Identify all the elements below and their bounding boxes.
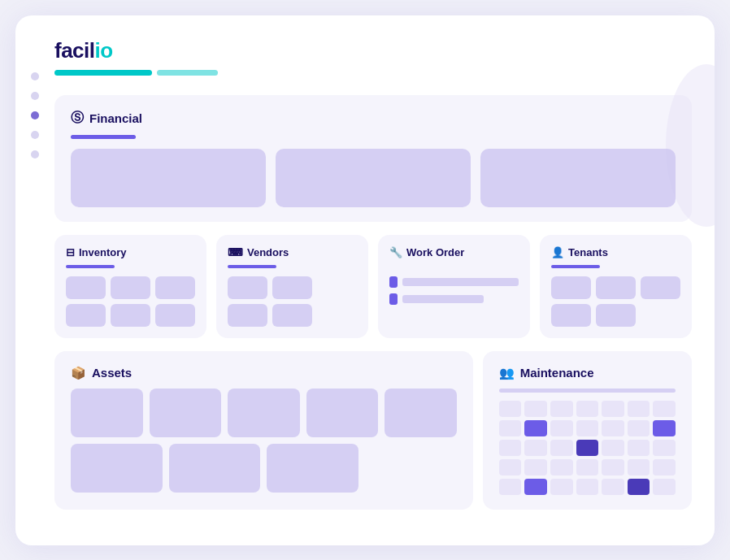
asset-card-5 (385, 389, 457, 437)
assets-icon: 📦 (71, 366, 86, 380)
asset-card-3 (228, 389, 300, 437)
cal-cell-33 (628, 479, 650, 495)
cal-cell-5 (628, 401, 650, 417)
financial-accent-bar (71, 135, 136, 139)
vendors-icon: ⌨ (228, 246, 243, 258)
sidebar-dot-5[interactable] (31, 150, 39, 158)
work-order-title: 🔧 Work Order (389, 246, 519, 258)
cal-cell-22 (524, 459, 547, 475)
wo-dot-2 (389, 293, 398, 305)
maintenance-header-bar (499, 389, 676, 393)
vendors-row-2 (228, 304, 357, 327)
inv-card-3 (155, 276, 195, 299)
cal-cell-2 (550, 401, 573, 417)
main-content: facilio Ⓢ Financial ⊟ (54, 15, 715, 545)
financial-icon: Ⓢ (71, 110, 84, 127)
ven-card-2 (272, 276, 312, 299)
vendors-cards (228, 276, 357, 299)
cal-cell-29 (524, 479, 547, 495)
asset-card-1 (71, 389, 143, 437)
ven-card-4 (228, 304, 267, 327)
cal-cell-8 (524, 420, 547, 436)
cal-cell-28 (499, 479, 522, 495)
cal-cell-1 (524, 401, 547, 417)
tenants-title: 👤 Tenants (551, 246, 680, 258)
financial-cards (71, 149, 676, 207)
sidebar (15, 15, 54, 545)
assets-row-2 (71, 444, 457, 493)
cal-cell-30 (550, 479, 573, 495)
header-bar-teal (54, 70, 152, 76)
ven-card-1 (228, 276, 267, 299)
financial-section: Ⓢ Financial (54, 95, 692, 222)
cal-cell-4 (602, 401, 624, 417)
cal-cell-21 (499, 459, 522, 475)
inventory-accent-bar (66, 265, 115, 268)
cal-cell-11 (602, 420, 624, 436)
inv-card-6 (155, 304, 195, 327)
cal-cell-6 (653, 401, 676, 417)
cal-cell-14 (499, 440, 522, 456)
cal-cell-25 (602, 459, 624, 475)
cal-cell-10 (576, 420, 599, 436)
inv-card-5 (111, 304, 150, 327)
inv-card-1 (66, 276, 106, 299)
ten-card-5 (596, 304, 636, 327)
maintenance-section: 👥 Maintenance (483, 351, 692, 510)
financial-card-3 (480, 149, 676, 207)
cal-cell-17 (576, 440, 599, 456)
tenants-accent-bar (551, 265, 600, 268)
mid-row: ⊟ Inventory ⌨ Vendo (54, 235, 692, 338)
inv-card-2 (111, 276, 150, 299)
cal-cell-18 (602, 440, 624, 456)
header-bar-teal-sm (157, 70, 218, 76)
work-order-section: 🔧 Work Order (378, 235, 530, 338)
ten-card-2 (596, 276, 636, 299)
inventory-icon: ⊟ (66, 246, 75, 258)
wo-bar-1 (402, 278, 519, 286)
financial-card-1 (71, 149, 266, 207)
sidebar-dot-4[interactable] (31, 131, 39, 139)
wo-bar-2 (402, 295, 484, 303)
cal-cell-15 (524, 440, 547, 456)
cal-cell-13 (653, 420, 676, 436)
cal-cell-27 (653, 459, 676, 475)
cal-cell-20 (653, 440, 676, 456)
cal-cell-7 (499, 420, 522, 436)
asset-card-8 (267, 444, 358, 493)
financial-title: Ⓢ Financial (71, 110, 676, 127)
cal-cell-16 (550, 440, 573, 456)
tenants-section: 👤 Tenants (540, 235, 692, 338)
wo-dot-1 (389, 276, 398, 288)
assets-grid (71, 389, 457, 437)
inventory-title: ⊟ Inventory (66, 246, 195, 258)
sidebar-dot-2[interactable] (31, 92, 39, 100)
cal-cell-34 (653, 479, 676, 495)
inventory-section: ⊟ Inventory (54, 235, 206, 338)
cal-cell-23 (550, 459, 573, 475)
asset-card-2 (150, 389, 222, 437)
maintenance-title: 👥 Maintenance (499, 366, 676, 380)
sidebar-dot-1[interactable] (31, 72, 39, 80)
maintenance-icon: 👥 (499, 366, 515, 380)
assets-title: 📦 Assets (71, 366, 457, 380)
asset-card-7 (169, 444, 261, 493)
financial-card-2 (276, 149, 471, 207)
work-order-list (389, 276, 519, 305)
cal-cell-9 (550, 420, 573, 436)
cal-cell-12 (628, 420, 650, 436)
sidebar-dot-3[interactable] (31, 111, 39, 119)
tenants-row-2 (551, 304, 680, 327)
bottom-row: 📦 Assets (54, 351, 692, 523)
vendors-section: ⌨ Vendors (216, 235, 368, 338)
ven-card-5 (272, 304, 312, 327)
ten-card-4 (551, 304, 591, 327)
inventory-row-2 (66, 304, 195, 327)
asset-card-4 (306, 389, 379, 437)
header: facilio (54, 38, 692, 76)
assets-section: 📦 Assets (54, 351, 473, 510)
cal-cell-24 (576, 459, 599, 475)
work-order-icon: 🔧 (389, 246, 402, 258)
cal-cell-32 (602, 479, 624, 495)
cal-cell-19 (628, 440, 650, 456)
